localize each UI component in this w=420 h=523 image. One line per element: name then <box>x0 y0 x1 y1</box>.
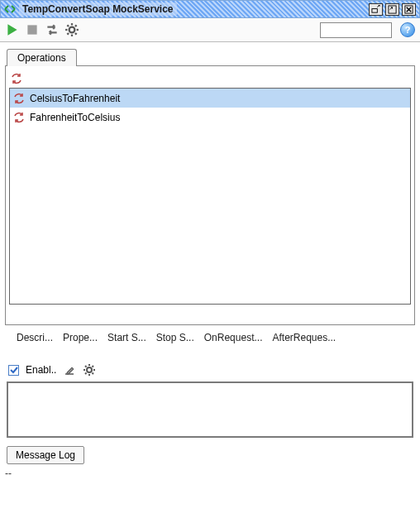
tab-header: Operations <box>5 46 415 65</box>
mockservice-icon <box>4 3 16 15</box>
title-left: TempConvertSoap MockService <box>4 2 177 16</box>
svg-point-13 <box>87 367 92 372</box>
maximize-button[interactable] <box>385 3 399 16</box>
svg-rect-1 <box>389 5 396 12</box>
tab-start-script[interactable]: Start S... <box>107 332 146 343</box>
svg-line-12 <box>75 25 77 26</box>
operation-item[interactable]: CelsiusToFahrenheit <box>10 89 410 108</box>
status-bar: -- <box>0 466 420 481</box>
tab-after-request[interactable]: AfterReques... <box>272 332 336 343</box>
svg-point-4 <box>69 27 75 33</box>
operation-label: CelsiusToFahrenheit <box>30 93 120 104</box>
message-log-wrap: Message Log <box>0 441 420 466</box>
options-row: Enabl.. <box>0 357 420 380</box>
operations-list[interactable]: CelsiusToFahrenheit FahrenheitToCelsius <box>9 88 411 305</box>
close-button[interactable] <box>402 3 416 16</box>
operation-icon <box>13 93 25 104</box>
tab-operations[interactable]: Operations <box>7 49 77 66</box>
minimize-button[interactable] <box>369 3 383 16</box>
operation-icon <box>13 112 25 123</box>
operation-item[interactable]: FahrenheitToCelsius <box>10 108 410 127</box>
search-input[interactable] <box>320 22 392 38</box>
svg-line-21 <box>93 366 94 367</box>
main-content: Operations CelsiusToFahrenheit Fahrenhei… <box>0 42 420 348</box>
window-controls <box>369 3 416 16</box>
window-title: TempConvertSoap MockService <box>19 2 177 16</box>
operation-label: FahrenheitToCelsius <box>30 112 120 123</box>
svg-line-9 <box>67 25 69 26</box>
refresh-icon[interactable] <box>11 73 22 84</box>
help-button[interactable]: ? <box>400 22 415 37</box>
log-panel[interactable] <box>7 381 413 438</box>
tab-message-log[interactable]: Message Log <box>7 446 84 464</box>
settings-button[interactable] <box>64 22 79 37</box>
svg-rect-0 <box>372 8 377 12</box>
svg-line-19 <box>93 373 94 375</box>
toolbar: ? <box>0 18 420 41</box>
tab-operations-label: Operations <box>17 52 66 64</box>
sync-icon[interactable] <box>45 22 60 37</box>
enable-label: Enabl.. <box>26 364 56 376</box>
tab-on-request[interactable]: OnRequest... <box>204 332 263 343</box>
svg-line-18 <box>85 366 87 367</box>
svg-line-10 <box>75 33 77 35</box>
stop-button[interactable] <box>25 22 40 37</box>
refresh-row <box>9 70 411 88</box>
tab-properties[interactable]: Prope... <box>63 332 98 343</box>
tab-description[interactable]: Descri... <box>17 332 53 343</box>
run-button[interactable] <box>5 22 20 37</box>
erase-icon[interactable] <box>63 363 76 377</box>
svg-rect-3 <box>27 25 36 34</box>
svg-line-11 <box>67 33 69 35</box>
tab-body: CelsiusToFahrenheit FahrenheitToCelsius <box>5 65 415 325</box>
svg-line-20 <box>85 373 87 375</box>
tab-stop-script[interactable]: Stop S... <box>156 332 194 343</box>
bottom-tabs: Descri... Prope... Start S... Stop S... … <box>5 325 415 347</box>
enable-checkbox[interactable] <box>8 365 19 376</box>
message-log-label: Message Log <box>16 449 75 461</box>
title-bar: TempConvertSoap MockService <box>0 0 420 18</box>
status-text: -- <box>5 468 12 479</box>
settings-icon[interactable] <box>83 363 96 377</box>
